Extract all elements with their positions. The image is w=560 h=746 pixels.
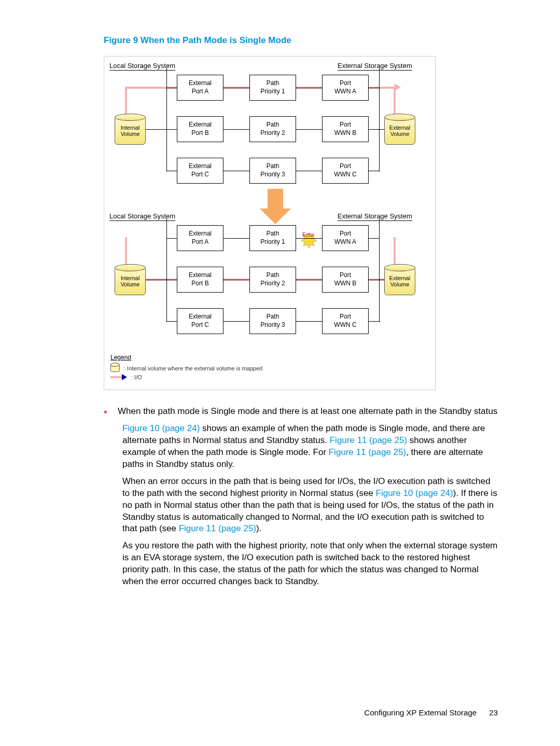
bullet-icon: •: [104, 407, 107, 418]
local-system-label: Local Storage System: [109, 62, 175, 71]
external-port-a: ExternalPort A: [177, 75, 223, 101]
paragraph-3: As you restore the path with the highest…: [122, 540, 498, 588]
external-port-a-2: ExternalPort A: [177, 225, 223, 251]
bullet-text: When the path mode is Single mode and th…: [118, 406, 497, 418]
figure-11-link-3[interactable]: Figure 11 (page 25): [179, 523, 256, 533]
error-label: Error: [302, 232, 314, 238]
external-system-label: External Storage System: [338, 62, 412, 71]
path-priority-2-2: PathPriority 2: [249, 267, 296, 293]
external-system-label-2: External Storage System: [338, 212, 412, 221]
paragraph-2: When an error occurs in the path that is…: [122, 476, 498, 535]
legend-title: Legend: [110, 354, 429, 361]
body-content: • When the path mode is Single mode and …: [104, 406, 498, 588]
path-priority-2: PathPriority 2: [249, 116, 296, 142]
internal-volume-icon: InternalVolume: [115, 116, 146, 145]
legend-io-text: : I/O: [131, 374, 142, 380]
port-wwn-b: PortWWN B: [322, 116, 369, 142]
figure-11-link-1[interactable]: Figure 11 (page 25): [330, 435, 407, 445]
legend-volume-icon: [110, 364, 120, 372]
path-priority-3: PathPriority 3: [249, 158, 296, 184]
external-port-c: ExternalPort C: [177, 158, 223, 184]
page-number: 23: [489, 708, 498, 717]
path-priority-1: PathPriority 1: [249, 75, 296, 101]
paragraph-1: Figure 10 (page 24) shows an example of …: [122, 423, 498, 471]
external-port-c-2: ExternalPort C: [177, 308, 223, 334]
local-system-label-2: Local Storage System: [109, 212, 175, 221]
legend-io-icon: [110, 376, 122, 378]
external-volume-icon-2: ExternalVolume: [384, 267, 415, 295]
figure-legend: Legend : Internal volume where the exter…: [104, 350, 435, 390]
figure-10-link-1[interactable]: Figure 10 (page 24): [122, 423, 200, 433]
port-wwn-a-2: PortWWN A: [322, 225, 369, 251]
figure-11-link-2[interactable]: Figure 11 (page 25): [329, 447, 406, 457]
figure-10-link-2[interactable]: Figure 10 (page 24): [376, 488, 453, 498]
path-priority-3-2: PathPriority 3: [249, 308, 296, 334]
footer-text: Configuring XP External Storage: [365, 708, 477, 717]
legend-volume-text: : Internal volume where the external vol…: [124, 365, 262, 371]
internal-volume-icon-2: InternalVolume: [115, 267, 146, 295]
external-port-b-2: ExternalPort B: [177, 267, 223, 293]
port-wwn-a: PortWWN A: [322, 75, 369, 101]
port-wwn-c-2: PortWWN C: [322, 308, 369, 334]
port-wwn-b-2: PortWWN B: [322, 267, 369, 293]
path-priority-1-2: PathPriority 1: [249, 225, 296, 251]
figure-caption: Figure 9 When the Path Mode is Single Mo…: [104, 35, 498, 46]
external-port-b: ExternalPort B: [177, 116, 223, 142]
external-volume-icon: ExternalVolume: [384, 116, 415, 145]
page-footer: Configuring XP External Storage 23: [365, 708, 498, 717]
port-wwn-c: PortWWN C: [322, 158, 369, 184]
figure-9-diagram: Local Storage System External Storage Sy…: [104, 56, 436, 390]
